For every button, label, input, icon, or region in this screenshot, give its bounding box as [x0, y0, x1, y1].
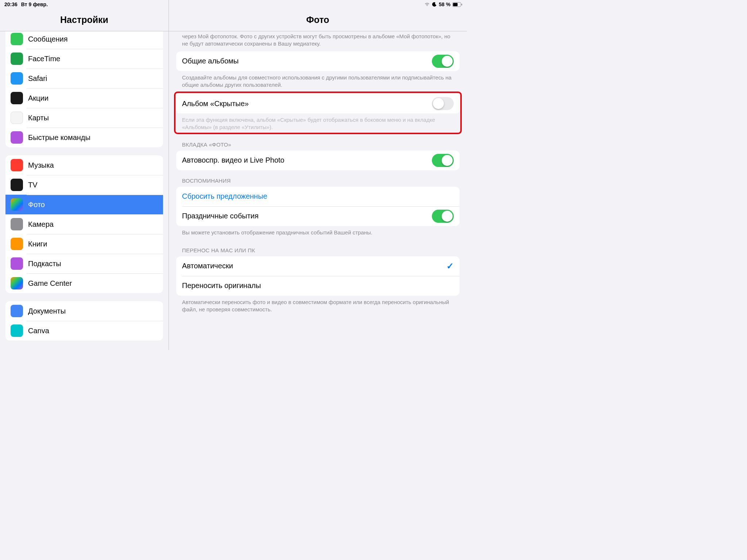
sidebar-item-label: Game Center: [28, 279, 72, 288]
photo-stream-footer: через Мой фотопоток. Фото с других устро…: [176, 31, 460, 51]
battery-icon: [452, 2, 462, 7]
transfer-card: Автоматически ✓ Переносить оригиналы: [176, 256, 460, 296]
photo-tab-header: ВКЛАДКА «ФОТО»: [176, 134, 460, 151]
autoplay-row[interactable]: Автовоспр. видео и Live Photo: [176, 151, 460, 170]
hidden-album-footer: Если эта функция включена, альбом «Скрыт…: [176, 113, 460, 133]
sidebar-title: Настройки: [0, 9, 169, 31]
holidays-label: Праздничные события: [182, 212, 259, 220]
holidays-row[interactable]: Праздничные события: [176, 206, 460, 226]
sidebar-item-shortcuts[interactable]: Быстрые команды: [5, 128, 163, 147]
reset-suggested-label: Сбросить предложенные: [182, 192, 267, 201]
sidebar-item-label: Документы: [28, 307, 66, 315]
podcasts-icon: [11, 257, 23, 270]
transfer-originals-row[interactable]: Переносить оригиналы: [176, 276, 460, 296]
hidden-album-label: Альбом «Скрытые»: [182, 100, 249, 108]
shared-albums-row[interactable]: Общие альбомы: [176, 51, 460, 71]
sidebar-group: СообщенияFaceTimeSafariАкцииКартыБыстрые…: [5, 31, 163, 147]
sidebar-item-label: Музыка: [28, 161, 54, 170]
sidebar-item-safari[interactable]: Safari: [5, 69, 163, 88]
sidebar-item-label: Карты: [28, 114, 49, 122]
sidebar-item-maps[interactable]: Карты: [5, 108, 163, 128]
sidebar-item-messages[interactable]: Сообщения: [5, 31, 163, 49]
transfer-auto-row[interactable]: Автоматически ✓: [176, 256, 460, 276]
sidebar-item-label: Акции: [28, 94, 49, 102]
sidebar-item-camera[interactable]: Камера: [5, 214, 163, 234]
books-icon: [11, 238, 23, 250]
autoplay-label: Автовоспр. видео и Live Photo: [182, 156, 285, 164]
sidebar-item-label: FaceTime: [28, 55, 60, 63]
transfer-header: ПЕРЕНОС НА MAC ИЛИ ПК: [176, 240, 460, 256]
sidebar-group: МузыкаTVФотоКамераКнигиПодкастыGame Cent…: [5, 155, 163, 293]
sidebar-item-label: Камера: [28, 220, 54, 229]
facetime-icon: [11, 52, 23, 65]
checkmark-icon: ✓: [446, 261, 454, 271]
sidebar-group: ДокументыCanva: [5, 301, 163, 341]
stocks-icon: [11, 92, 23, 104]
autoplay-toggle[interactable]: [432, 154, 454, 167]
reset-suggested-row[interactable]: Сбросить предложенные: [176, 187, 460, 206]
photo-tab-card: Автовоспр. видео и Live Photo: [176, 151, 460, 170]
shared-albums-toggle[interactable]: [432, 55, 454, 68]
status-time: 20:36: [4, 1, 18, 7]
status-battery-percent: 58 %: [439, 1, 450, 7]
sidebar-item-docs[interactable]: Документы: [5, 301, 163, 321]
gamecenter-icon: [11, 277, 23, 289]
camera-icon: [11, 218, 23, 230]
sidebar-item-label: Canva: [28, 327, 49, 335]
settings-detail[interactable]: через Мой фотопоток. Фото с других устро…: [169, 31, 467, 350]
music-icon: [11, 159, 23, 171]
sidebar-item-gamecenter[interactable]: Game Center: [5, 273, 163, 293]
shortcuts-icon: [11, 131, 23, 144]
sidebar-item-label: Быстрые команды: [28, 133, 90, 142]
sidebar-item-tv[interactable]: TV: [5, 175, 163, 195]
status-bar: 20:36 Вт 9 февр. 58 %: [0, 0, 467, 9]
sidebar-item-stocks[interactable]: Акции: [5, 88, 163, 108]
photos-icon: [11, 198, 23, 211]
svg-rect-1: [453, 3, 458, 6]
transfer-originals-label: Переносить оригиналы: [182, 281, 261, 290]
sidebar-item-music[interactable]: Музыка: [5, 155, 163, 175]
shared-albums-label: Общие альбомы: [182, 57, 239, 65]
sidebar-item-label: Сообщения: [28, 35, 68, 43]
sidebar-item-label: TV: [28, 181, 38, 189]
memories-card: Сбросить предложенные Праздничные событи…: [176, 187, 460, 226]
sidebar-item-books[interactable]: Книги: [5, 234, 163, 254]
hidden-album-card: Альбом «Скрытые»: [176, 94, 460, 113]
maps-icon: [11, 112, 23, 124]
canva-icon: [11, 324, 23, 337]
shared-albums-card: Общие альбомы: [176, 51, 460, 71]
annotation-highlight: Альбом «Скрытые» Если эта функция включе…: [174, 92, 462, 134]
sidebar-item-label: Фото: [28, 201, 45, 209]
sidebar-item-label: Подкасты: [28, 260, 61, 268]
transfer-footer: Автоматически переносить фото и видео в …: [176, 296, 460, 317]
transfer-auto-label: Автоматически: [182, 262, 233, 270]
hidden-album-row[interactable]: Альбом «Скрытые»: [176, 94, 460, 113]
hidden-album-toggle[interactable]: [432, 97, 454, 110]
holidays-toggle[interactable]: [432, 210, 454, 223]
tv-icon: [11, 179, 23, 191]
sidebar-item-photos[interactable]: Фото: [5, 195, 163, 214]
sidebar-item-label: Safari: [28, 74, 47, 83]
memories-footer: Вы можете установить отображение праздни…: [176, 226, 460, 240]
docs-icon: [11, 305, 23, 317]
settings-sidebar[interactable]: СообщенияFaceTimeSafariАкцииКартыБыстрые…: [0, 31, 169, 350]
svg-rect-2: [461, 4, 462, 5]
detail-title: Фото: [169, 9, 467, 31]
memories-header: ВОСПОМИНАНИЯ: [176, 170, 460, 187]
status-date: Вт 9 февр.: [21, 1, 48, 7]
safari-icon: [11, 72, 23, 85]
sidebar-item-facetime[interactable]: FaceTime: [5, 49, 163, 69]
sidebar-item-label: Книги: [28, 240, 47, 248]
dnd-moon-icon: [432, 2, 437, 7]
sidebar-item-canva[interactable]: Canva: [5, 321, 163, 341]
shared-albums-footer: Создавайте альбомы для совместного испол…: [176, 71, 460, 93]
messages-icon: [11, 33, 23, 45]
sidebar-item-podcasts[interactable]: Подкасты: [5, 254, 163, 273]
wifi-icon: [424, 2, 430, 7]
